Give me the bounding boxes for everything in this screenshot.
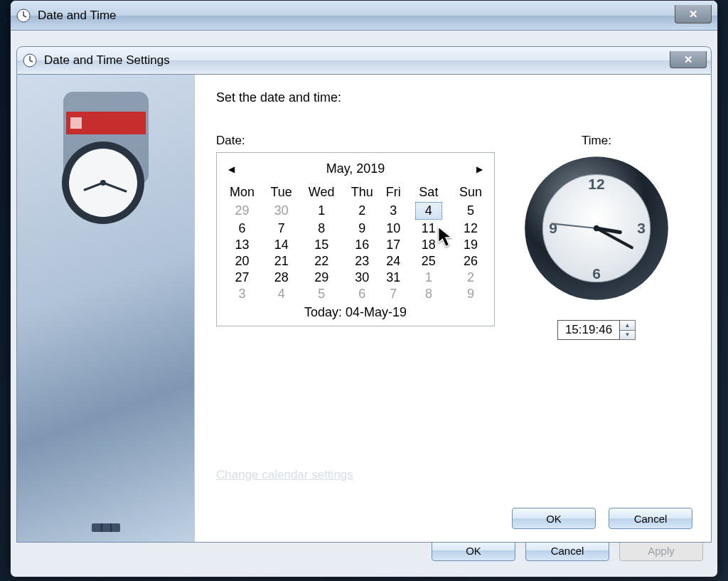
inner-title: Date and Time Settings: [44, 53, 170, 68]
calendar-weekday: Sun: [451, 183, 490, 201]
calendar-day[interactable]: 29: [221, 201, 263, 220]
prev-month-button[interactable]: ◀: [228, 164, 235, 174]
calendar-day[interactable]: 1: [299, 201, 343, 220]
svg-rect-4: [70, 117, 82, 129]
calendar-day[interactable]: 5: [451, 201, 490, 220]
calendar-day[interactable]: 4: [406, 201, 451, 220]
calendar-day[interactable]: 24: [380, 253, 405, 270]
calendar-day[interactable]: 6: [221, 220, 263, 237]
svg-text:3: 3: [637, 220, 646, 236]
inner-cancel-button[interactable]: Cancel: [609, 508, 692, 529]
calendar-day[interactable]: 8: [299, 220, 343, 237]
calendar-weekday: Tue: [263, 183, 299, 201]
calendar-weekday: Thu: [343, 183, 380, 201]
time-spin-up[interactable]: ▲: [620, 321, 635, 330]
calendar-day[interactable]: 30: [343, 270, 380, 286]
calendar-day[interactable]: 27: [221, 270, 263, 286]
calendar-day[interactable]: 12: [451, 220, 490, 237]
time-spin-down[interactable]: ▼: [620, 330, 635, 340]
calendar-day[interactable]: 18: [406, 237, 451, 253]
outer-date-time-window: Date and Time ✕ OK Cancel Apply Date and…: [10, 0, 718, 577]
calendar-day[interactable]: 7: [263, 220, 299, 237]
calendar-day[interactable]: 3: [380, 201, 405, 220]
next-month-button[interactable]: ▶: [476, 164, 483, 174]
calendar-today-label[interactable]: Today: 04-May-19: [221, 302, 490, 320]
date-label: Date:: [216, 134, 503, 148]
analog-clock: 12 3 6 9: [522, 154, 671, 306]
svg-point-20: [594, 225, 599, 231]
outer-close-button[interactable]: ✕: [675, 5, 712, 23]
calendar-day[interactable]: 22: [299, 253, 343, 270]
calendar-day[interactable]: 15: [299, 237, 343, 253]
inner-button-row: OK Cancel: [512, 508, 692, 529]
time-spinner: ▲ ▼: [620, 320, 636, 340]
calendar-day[interactable]: 26: [451, 253, 490, 270]
calendar-day[interactable]: 19: [451, 237, 490, 253]
change-calendar-settings-link[interactable]: Change calendar settings: [216, 468, 353, 482]
calendar-day[interactable]: 1: [406, 270, 451, 286]
svg-rect-8: [92, 523, 120, 532]
calendar-day[interactable]: 21: [263, 253, 299, 270]
svg-text:6: 6: [592, 265, 601, 282]
calendar-weekday: Wed: [299, 183, 343, 201]
svg-rect-9: [101, 523, 102, 532]
calendar-month[interactable]: May, 2019: [326, 161, 385, 176]
bricks-icon: [92, 513, 120, 535]
calendar-day[interactable]: 25: [406, 253, 451, 270]
calendar-day[interactable]: 30: [263, 201, 299, 220]
close-icon: ✕: [689, 8, 698, 21]
date-section: Date: ◀ May, 2019 ▶ MonTueWedThuFriSatSu…: [216, 134, 503, 340]
calendar-day[interactable]: 20: [221, 253, 263, 270]
outer-title: Date and Time: [38, 9, 117, 23]
inner-body: Set the date and time: Date: ◀ May, 2019…: [16, 75, 712, 543]
calendar-day[interactable]: 11: [406, 220, 451, 237]
clock-icon: [16, 9, 31, 23]
inner-close-button[interactable]: ✕: [670, 51, 707, 68]
calendar-day[interactable]: 17: [380, 237, 405, 253]
svg-rect-10: [110, 523, 112, 532]
calendar-weekday: Fri: [380, 183, 405, 201]
calendar-day[interactable]: 16: [343, 237, 380, 253]
calendar-grid: MonTueWedThuFriSatSun 293012345678910111…: [221, 183, 490, 302]
calendar-day[interactable]: 28: [263, 270, 299, 286]
svg-point-7: [100, 180, 106, 186]
calendar-weekday: Mon: [221, 183, 263, 201]
calendar-day[interactable]: 9: [451, 286, 490, 302]
dialog-heading: Set the date and time:: [216, 90, 690, 105]
calendar-day[interactable]: 13: [221, 237, 263, 253]
svg-text:9: 9: [549, 220, 557, 236]
calendar-day[interactable]: 4: [263, 286, 299, 302]
calendar-day[interactable]: 6: [343, 286, 380, 302]
calendar-day[interactable]: 7: [380, 286, 405, 302]
calendar-weekday: Sat: [406, 183, 451, 201]
calendar-day[interactable]: 14: [263, 237, 299, 253]
date-time-settings-dialog: Date and Time Settings ✕: [16, 46, 712, 544]
calendar-day[interactable]: 3: [221, 286, 263, 302]
calendar-day[interactable]: 8: [406, 286, 451, 302]
calendar-day[interactable]: 5: [299, 286, 343, 302]
close-icon: ✕: [684, 53, 693, 66]
svg-text:12: 12: [588, 176, 604, 192]
calendar-day[interactable]: 9: [343, 220, 380, 237]
calendar-day[interactable]: 10: [380, 220, 405, 237]
inner-titlebar: Date and Time Settings ✕: [16, 46, 712, 75]
content-area: Set the date and time: Date: ◀ May, 2019…: [195, 75, 711, 542]
time-section: Time:: [503, 134, 690, 340]
time-label: Time:: [503, 134, 690, 148]
side-panel: [17, 75, 195, 542]
calendar: ◀ May, 2019 ▶ MonTueWedThuFriSatSun 2930…: [216, 152, 495, 326]
outer-titlebar: Date and Time ✕: [11, 1, 717, 31]
calendar-day[interactable]: 31: [380, 270, 405, 286]
calendar-day[interactable]: 23: [343, 253, 380, 270]
calendar-day[interactable]: 2: [451, 270, 490, 286]
clock-icon: [23, 53, 37, 68]
inner-ok-button[interactable]: OK: [512, 508, 596, 529]
calendar-day[interactable]: 2: [343, 201, 380, 220]
calendar-day[interactable]: 29: [299, 270, 343, 286]
calendar-clock-illustration-icon: [42, 83, 170, 233]
outer-body: OK Cancel Apply Date and Time Settings ✕: [11, 31, 717, 577]
time-input[interactable]: [557, 320, 620, 340]
